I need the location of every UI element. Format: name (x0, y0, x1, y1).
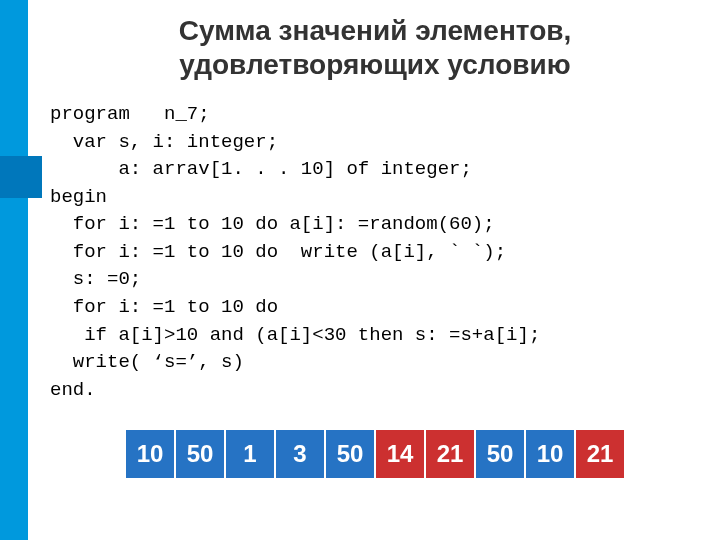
code-line: program n_7; (50, 103, 210, 125)
code-line: s: =0; (50, 268, 141, 290)
slide-accent-block (0, 156, 42, 198)
array-cell: 50 (176, 430, 224, 478)
array-cell-highlighted: 14 (376, 430, 424, 478)
code-line: var s, i: integer; (50, 131, 278, 153)
array-cell-highlighted: 21 (576, 430, 624, 478)
title-line-2: удовлетворяющих условию (179, 49, 570, 80)
code-line: for i: =1 to 10 do (50, 296, 278, 318)
array-cell: 10 (526, 430, 574, 478)
code-line: begin (50, 186, 107, 208)
slide-content: Сумма значений элементов, удовлетворяющи… (50, 14, 700, 478)
array-cell-highlighted: 21 (426, 430, 474, 478)
array-cell: 3 (276, 430, 324, 478)
code-line: end. (50, 379, 96, 401)
array-cell: 50 (476, 430, 524, 478)
code-line: write( ‘s=’, s) (50, 351, 244, 373)
array-cell: 1 (226, 430, 274, 478)
array-cell: 50 (326, 430, 374, 478)
code-block: program n_7; var s, i: integer; a: arrav… (50, 101, 700, 404)
title-line-1: Сумма значений элементов, (179, 15, 572, 46)
page-title: Сумма значений элементов, удовлетворяющи… (50, 14, 700, 81)
array-cell: 10 (126, 430, 174, 478)
slide-accent-stripe (0, 0, 28, 540)
code-line: a: arrav[1. . . 10] of integer; (50, 158, 472, 180)
code-line: for i: =1 to 10 do write (a[i], ` `); (50, 241, 506, 263)
array-visualization: 10 50 1 3 50 14 21 50 10 21 (50, 430, 700, 478)
code-line: for i: =1 to 10 do a[i]: =random(60); (50, 213, 495, 235)
code-line: if a[i]>10 and (a[i]<30 then s: =s+a[i]; (50, 324, 540, 346)
